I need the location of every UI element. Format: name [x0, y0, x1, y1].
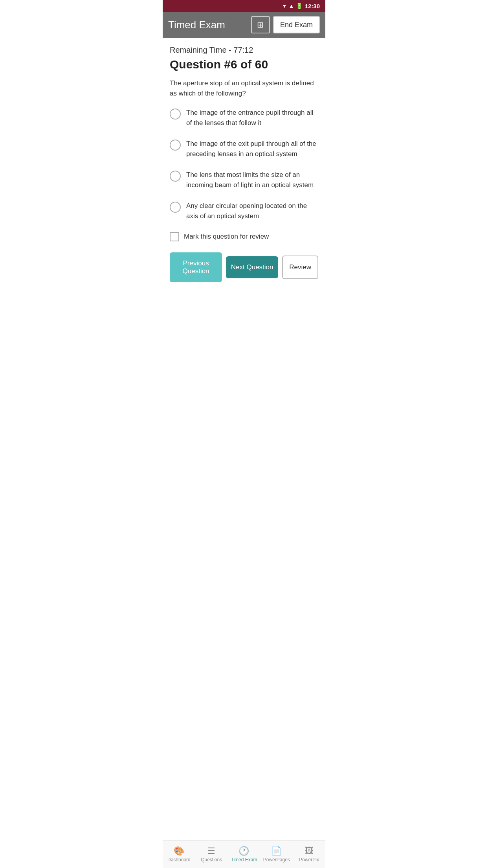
- status-icons: ▼ ▲ 🔋: [282, 3, 303, 9]
- options-list: The image of the entrance pupil through …: [170, 108, 318, 221]
- calculator-button[interactable]: ⊞: [251, 16, 270, 33]
- header-actions: ⊞ End Exam: [251, 16, 320, 33]
- status-bar: ▼ ▲ 🔋 12:30: [163, 0, 325, 12]
- calculator-icon: ⊞: [257, 20, 264, 29]
- radio-option-c[interactable]: [170, 171, 181, 182]
- mark-review-row[interactable]: Mark this question for review: [170, 232, 318, 241]
- list-item[interactable]: The lens that most limits the size of an…: [170, 170, 318, 190]
- list-item[interactable]: The image of the exit pupil through all …: [170, 139, 318, 159]
- battery-icon: 🔋: [296, 3, 303, 9]
- wifi-icon: ▼: [282, 3, 287, 9]
- mark-review-label: Mark this question for review: [184, 233, 269, 241]
- next-question-button[interactable]: Next Question: [226, 256, 278, 278]
- radio-option-d[interactable]: [170, 202, 181, 213]
- mark-review-checkbox[interactable]: [170, 232, 179, 241]
- option-text-b: The image of the exit pupil through all …: [186, 139, 318, 159]
- navigation-buttons: Previous Question Next Question Review: [170, 252, 318, 282]
- status-time: 12:30: [305, 3, 320, 9]
- previous-question-button[interactable]: Previous Question: [170, 252, 222, 282]
- signal-icon: ▲: [289, 3, 294, 9]
- question-label: Question #6 of 60: [170, 58, 318, 71]
- list-item[interactable]: The image of the entrance pupil through …: [170, 108, 318, 128]
- end-exam-button[interactable]: End Exam: [273, 16, 320, 33]
- remaining-time: Remaining Time - 77:12: [170, 46, 318, 55]
- main-content: Remaining Time - 77:12 Question #6 of 60…: [163, 38, 325, 294]
- option-text-c: The lens that most limits the size of an…: [186, 170, 318, 190]
- header: Timed Exam ⊞ End Exam: [163, 12, 325, 38]
- question-text: The aperture stop of an optical system i…: [170, 78, 318, 98]
- option-text-a: The image of the entrance pupil through …: [186, 108, 318, 128]
- radio-option-a[interactable]: [170, 108, 181, 120]
- radio-option-b[interactable]: [170, 140, 181, 151]
- review-button[interactable]: Review: [282, 256, 318, 279]
- page-title: Timed Exam: [168, 19, 225, 31]
- option-text-d: Any clear circular opening located on th…: [186, 201, 318, 221]
- list-item[interactable]: Any clear circular opening located on th…: [170, 201, 318, 221]
